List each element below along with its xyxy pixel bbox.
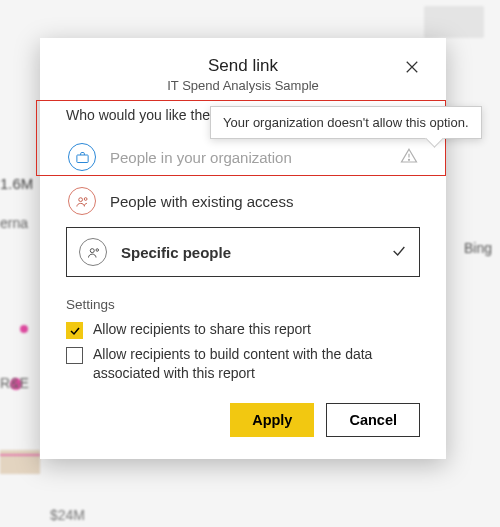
checkbox-allow-build[interactable] [66, 347, 83, 364]
apply-button[interactable]: Apply [230, 403, 314, 437]
bg-rd-label: R&E [0, 375, 29, 391]
share-option-specific-people[interactable]: Specific people [66, 227, 420, 277]
tooltip-org-disabled: Your organization doesn't allow this opt… [210, 106, 482, 139]
svg-point-5 [96, 248, 99, 251]
checkbox-allow-share[interactable] [66, 322, 83, 339]
svg-rect-0 [76, 155, 87, 163]
dialog-title: Send link [66, 56, 420, 76]
setting-allow-build[interactable]: Allow recipients to build content with t… [66, 345, 420, 383]
settings-heading: Settings [66, 297, 420, 312]
share-option-existing-access[interactable]: People with existing access [66, 179, 420, 223]
bg-value-1: 1.6M [0, 175, 33, 192]
close-icon [403, 58, 421, 76]
close-button[interactable] [400, 58, 424, 82]
svg-point-3 [84, 197, 87, 200]
svg-point-4 [90, 248, 94, 252]
share-option-specific-people-label: Specific people [121, 244, 231, 261]
warning-icon [400, 147, 418, 168]
bg-bing-label: Bing [464, 240, 492, 256]
check-icon [391, 243, 407, 262]
bg-value-2: erna [0, 215, 28, 231]
svg-point-2 [78, 197, 82, 201]
share-option-existing-access-label: People with existing access [110, 193, 293, 210]
people-icon [68, 187, 96, 215]
dialog-subtitle: IT Spend Analysis Sample [66, 78, 420, 93]
person-icon [79, 238, 107, 266]
setting-allow-share[interactable]: Allow recipients to share this report [66, 320, 420, 339]
send-link-dialog: Send link IT Spend Analysis Sample Who w… [40, 38, 446, 459]
share-option-organization-label: People in your organization [110, 149, 292, 166]
bg-value-3: $24M [50, 507, 85, 523]
setting-allow-share-label: Allow recipients to share this report [93, 320, 311, 339]
cancel-button[interactable]: Cancel [326, 403, 420, 437]
svg-point-1 [408, 159, 409, 160]
setting-allow-build-label: Allow recipients to build content with t… [93, 345, 420, 383]
briefcase-icon [68, 143, 96, 171]
share-option-organization[interactable]: People in your organization [66, 135, 420, 179]
